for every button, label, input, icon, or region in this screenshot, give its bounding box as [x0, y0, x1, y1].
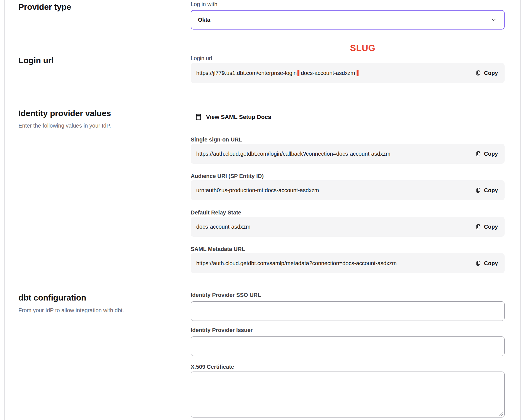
login-url-field-label: Login url	[191, 55, 212, 62]
identity-provider-issuer-label: Identity Provider Issuer	[191, 327, 253, 333]
copy-button-label: Copy	[484, 187, 498, 194]
chevron-down-icon	[490, 16, 497, 23]
login-url-field: https://jl779.us1.dbt.com/enterprise-log…	[191, 63, 505, 83]
audience-uri-label: Audience URI (SP Entity ID)	[191, 173, 264, 179]
dbt-configuration-heading: dbt configuration	[18, 293, 86, 302]
login-url-heading: Login url	[18, 56, 54, 65]
default-relay-state-value: docs-account-asdxzm	[196, 224, 475, 230]
copy-saml-metadata-url-button[interactable]: Copy	[475, 260, 498, 267]
copy-icon	[475, 151, 481, 157]
audience-uri-value: urn:auth0:us-production-mt:docs-account-…	[196, 187, 475, 194]
x509-certificate-label: X.509 Certificate	[191, 364, 234, 370]
identity-provider-sso-url-input[interactable]	[191, 301, 505, 321]
login-url-value: https://jl779.us1.dbt.com/enterprise-log…	[196, 70, 475, 76]
identity-provider-sso-url-label: Identity Provider SSO URL	[191, 292, 261, 298]
view-saml-setup-docs-label: View SAML Setup Docs	[206, 114, 271, 120]
login-with-label: Log in with	[191, 1, 217, 8]
saml-metadata-url-label: SAML Metadata URL	[191, 246, 245, 252]
provider-select-value: Okta	[198, 17, 490, 23]
saml-metadata-url-value: https://auth.cloud.getdbt.com/samlp/meta…	[196, 260, 475, 267]
copy-single-sign-on-url-button[interactable]: Copy	[475, 151, 498, 157]
view-saml-setup-docs-link[interactable]: View SAML Setup Docs	[195, 113, 271, 121]
slug-highlight-box: docs-account-asdxzm	[297, 70, 359, 76]
default-relay-state-field: docs-account-asdxzm Copy	[191, 217, 505, 237]
copy-button-label: Copy	[484, 151, 498, 157]
copy-button-label: Copy	[484, 260, 498, 267]
panel-right-border	[520, 0, 521, 420]
copy-login-url-button[interactable]: Copy	[475, 70, 498, 76]
provider-select[interactable]: Okta	[191, 10, 505, 30]
single-sign-on-url-label: Single sign-on URL	[191, 136, 242, 143]
copy-default-relay-state-button[interactable]: Copy	[475, 224, 498, 230]
copy-icon	[475, 224, 481, 230]
default-relay-state-label: Default Relay State	[191, 209, 241, 216]
identity-provider-values-subheading: Enter the following values in your IdP.	[18, 123, 111, 129]
copy-icon	[475, 187, 481, 194]
provider-type-heading: Provider type	[18, 2, 71, 12]
copy-button-label: Copy	[484, 224, 498, 230]
copy-audience-uri-button[interactable]: Copy	[475, 187, 498, 194]
single-sign-on-url-value: https://auth.cloud.getdbt.com/login/call…	[196, 151, 475, 157]
audience-uri-field: urn:auth0:us-production-mt:docs-account-…	[191, 180, 505, 200]
saml-metadata-url-field: https://auth.cloud.getdbt.com/samlp/meta…	[191, 253, 505, 273]
copy-icon	[475, 260, 481, 267]
identity-provider-issuer-input[interactable]	[191, 336, 505, 356]
sso-settings-page: Provider type Log in with Okta Login url…	[0, 0, 523, 420]
single-sign-on-url-field: https://auth.cloud.getdbt.com/login/call…	[191, 144, 505, 164]
panel-left-border	[4, 0, 5, 420]
copy-button-label: Copy	[484, 70, 498, 76]
identity-provider-values-heading: Identity provider values	[18, 109, 111, 118]
copy-icon	[475, 70, 481, 76]
notebook-icon	[195, 113, 202, 121]
dbt-configuration-subheading: From your IdP to allow integration with …	[18, 307, 124, 314]
slug-annotation: SLUG	[324, 43, 401, 53]
x509-certificate-textarea[interactable]	[191, 372, 505, 417]
